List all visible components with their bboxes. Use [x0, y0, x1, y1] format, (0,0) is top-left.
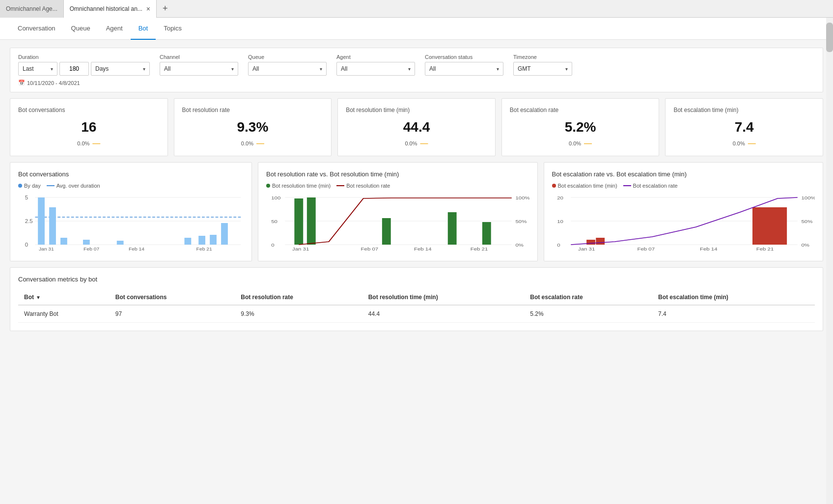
tab-close-button[interactable]: ×: [146, 5, 150, 13]
svg-text:Feb 14: Feb 14: [699, 247, 717, 252]
sort-icon[interactable]: ▼: [36, 295, 41, 300]
chart2-legend: Bot resolution time (min) Bot resolution…: [266, 183, 529, 189]
svg-text:2.5: 2.5: [25, 219, 33, 224]
tab-bot[interactable]: Bot: [131, 18, 156, 40]
chevron-down-icon: ▾: [51, 66, 53, 72]
svg-rect-33: [482, 222, 491, 245]
svg-text:100: 100: [271, 196, 280, 200]
svg-text:100%: 100%: [801, 196, 815, 200]
resolution-rate-line-icon: [336, 185, 344, 186]
chevron-down-icon: ▾: [565, 66, 568, 72]
kpi-cards-row: Bot conversations 16 0.0% — Bot resoluti…: [10, 98, 823, 156]
escalation-rate-line-icon: [623, 185, 631, 186]
tab-conversation[interactable]: Conversation: [10, 18, 63, 40]
svg-text:Feb 14: Feb 14: [414, 247, 432, 252]
kpi-value-4: 7.4: [673, 119, 815, 135]
chart1-svg: 5 2.5 0: [18, 193, 244, 252]
new-tab-button[interactable]: +: [159, 3, 172, 14]
svg-rect-14: [210, 235, 217, 245]
scrollbar[interactable]: [826, 18, 833, 504]
svg-rect-7: [38, 197, 45, 245]
timezone-label: Timezone: [513, 54, 572, 60]
chart2-title: Bot resolution rate vs. Bot resolution t…: [266, 170, 529, 178]
th-bot: Bot ▼: [18, 290, 110, 305]
trend-dash-icon: —: [584, 139, 592, 148]
legend-resolution-rate: Bot resolution rate: [336, 183, 390, 189]
td-escalation-rate: 5.2%: [524, 305, 652, 323]
chart3-area: 20 10 0 100% 50% 0%: [552, 193, 815, 253]
kpi-bot-resolution-rate: Bot resolution rate 9.3% 0.0% —: [174, 98, 332, 156]
svg-rect-47: [586, 240, 595, 245]
svg-rect-30: [307, 197, 316, 245]
svg-rect-31: [382, 218, 391, 245]
queue-filter: Queue All ▾: [248, 54, 327, 76]
chart3-svg: 20 10 0 100% 50% 0%: [552, 193, 815, 252]
kpi-title-4: Bot escalation time (min): [673, 107, 815, 113]
svg-rect-8: [49, 207, 56, 245]
svg-rect-10: [83, 240, 90, 245]
avg-dash-icon: [47, 185, 55, 186]
conv-status-select[interactable]: All ▾: [425, 62, 503, 76]
tab-agent[interactable]: Agent: [98, 18, 131, 40]
legend-resolution-time: Bot resolution time (min): [266, 183, 331, 189]
date-range-display: 📅 10/11/2020 - 4/8/2021: [18, 80, 815, 86]
th-escalation-rate: Bot escalation rate: [524, 290, 652, 305]
svg-rect-11: [117, 241, 124, 245]
kpi-change-3: 0.0% —: [510, 139, 651, 148]
conv-status-label: Conversation status: [425, 54, 503, 60]
svg-text:Jan 31: Jan 31: [578, 247, 595, 252]
svg-rect-48: [596, 238, 605, 245]
chart-bot-escalation: Bot escalation rate vs. Bot escalation t…: [544, 162, 824, 261]
queue-select[interactable]: All ▾: [248, 62, 327, 76]
kpi-change-2: 0.0% —: [346, 139, 487, 148]
svg-text:50%: 50%: [801, 219, 812, 224]
svg-text:0: 0: [25, 242, 28, 248]
queue-label: Queue: [248, 54, 327, 60]
agent-label: Agent: [336, 54, 415, 60]
svg-text:Feb 07: Feb 07: [637, 247, 655, 252]
svg-rect-13: [198, 236, 205, 245]
kpi-value-1: 9.3%: [182, 119, 324, 135]
kpi-title-3: Bot escalation rate: [510, 107, 651, 113]
svg-rect-9: [60, 238, 67, 245]
escalation-time-dot-icon: [552, 184, 556, 188]
svg-text:Jan 31: Jan 31: [39, 247, 54, 252]
kpi-bot-escalation-rate: Bot escalation rate 5.2% 0.0% —: [501, 98, 660, 156]
chart3-legend: Bot escalation time (min) Bot escalation…: [552, 183, 815, 189]
by-day-dot-icon: [18, 184, 22, 188]
kpi-value-3: 5.2%: [510, 119, 651, 135]
tab-topics[interactable]: Topics: [156, 18, 190, 40]
nav-tabs: Conversation Queue Agent Bot Topics: [0, 18, 833, 40]
td-conversations: 97: [110, 305, 235, 323]
duration-preset-select[interactable]: Last ▾: [18, 62, 57, 76]
kpi-title-2: Bot resolution time (min): [346, 107, 487, 113]
td-bot-name: Warranty Bot: [18, 305, 110, 323]
scrollbar-thumb[interactable]: [826, 23, 833, 52]
svg-rect-32: [448, 212, 457, 245]
timezone-select[interactable]: GMT ▾: [513, 62, 572, 76]
charts-row: Bot conversations By day Avg. over durat…: [10, 162, 823, 261]
svg-text:50: 50: [271, 219, 278, 224]
duration-value-input[interactable]: [59, 62, 89, 76]
svg-text:Feb 14: Feb 14: [129, 247, 145, 252]
tab-queue[interactable]: Queue: [63, 18, 98, 40]
svg-text:5: 5: [25, 195, 28, 200]
kpi-change-4: 0.0% —: [673, 139, 815, 148]
legend-escalation-time: Bot escalation time (min): [552, 183, 617, 189]
chevron-down-icon: ▾: [143, 66, 145, 72]
chart1-legend: By day Avg. over duration: [18, 183, 244, 189]
trend-dash-icon: —: [92, 139, 100, 148]
duration-label: Duration: [18, 54, 150, 60]
svg-text:10: 10: [557, 219, 563, 224]
chevron-down-icon: ▾: [231, 66, 234, 72]
tab-inactive[interactable]: Omnichannel Age...: [0, 0, 64, 18]
svg-text:0: 0: [271, 243, 275, 248]
main-content: Duration Last ▾ Days ▾ Channel: [0, 40, 833, 504]
tab-active[interactable]: Omnichannel historical an... ×: [64, 0, 157, 18]
svg-text:Jan 31: Jan 31: [292, 247, 309, 252]
channel-select[interactable]: All ▾: [160, 62, 238, 76]
kpi-change-1: 0.0% —: [182, 139, 324, 148]
agent-select[interactable]: All ▾: [336, 62, 415, 76]
duration-unit-select[interactable]: Days ▾: [91, 62, 150, 76]
kpi-value-0: 16: [18, 119, 160, 135]
